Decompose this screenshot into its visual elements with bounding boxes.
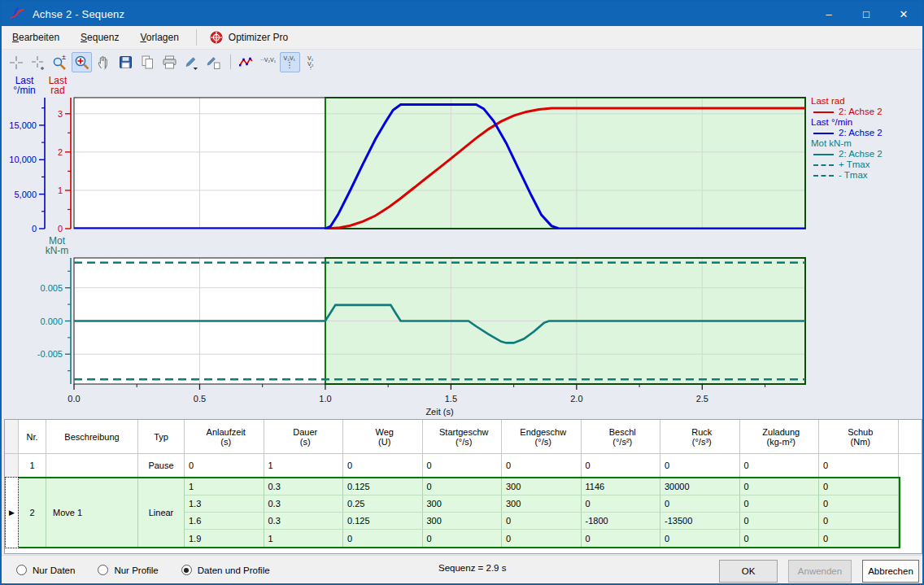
cell-typ[interactable]: Pause <box>138 454 185 477</box>
cell-beschreibung[interactable]: Move 1 <box>46 478 138 547</box>
cell-value[interactable]: 0.3 <box>264 478 344 496</box>
cell-value[interactable]: 0 <box>343 530 423 547</box>
cell-value[interactable]: 30000 <box>660 478 740 496</box>
cell-value[interactable]: 0 <box>819 513 899 530</box>
cell-value[interactable]: 1 <box>264 530 344 547</box>
cell-value[interactable]: 300 <box>502 478 582 496</box>
chart-torque[interactable]: -0.0050.0000.005MotkN-m0.00.51.01.52.02.… <box>2 234 815 421</box>
print-icon[interactable] <box>159 52 180 72</box>
table-row[interactable]: 1 Pause010000000 <box>5 454 922 477</box>
cell-value[interactable]: 0 <box>819 496 899 513</box>
column-header-dauer: Dauer(s) <box>264 420 344 454</box>
cell-value[interactable]: 300 <box>423 496 503 513</box>
radio-nur-profile[interactable]: Nur Profile <box>98 565 158 575</box>
pan-hand-icon[interactable] <box>94 52 114 72</box>
optimizer-label: Optimizer Pro <box>229 32 288 43</box>
table-selector-header <box>5 420 19 454</box>
cell-value[interactable]: 0 <box>502 530 582 547</box>
radio-dot[interactable] <box>181 565 192 575</box>
copy-icon[interactable] <box>137 52 158 72</box>
cell-value[interactable]: 0 <box>582 530 661 547</box>
cell-value[interactable]: 0 <box>660 530 740 547</box>
svg-text:3: 3 <box>58 109 63 119</box>
crosshair-icon[interactable] <box>6 52 26 72</box>
close-button[interactable]: ✕ <box>885 2 922 26</box>
footer-bar: Nur Daten Nur Profile Daten und Profile … <box>2 555 922 584</box>
radio-nur-daten[interactable]: Nur Daten <box>16 565 75 575</box>
save-icon[interactable] <box>116 52 136 72</box>
edit-notes-icon[interactable] <box>203 52 224 72</box>
column-header-endgeschw: Endgeschw(°/s) <box>502 420 582 454</box>
cell-value[interactable]: 0.125 <box>343 478 423 496</box>
cell-value[interactable]: 0 <box>343 454 423 477</box>
cell-value[interactable]: 0.3 <box>264 496 344 513</box>
cell-value[interactable]: -13500 <box>660 513 740 530</box>
plot-xy-icon[interactable] <box>236 52 256 72</box>
radio-daten-und-profile[interactable]: Daten und Profile <box>181 565 270 575</box>
svg-text:0.0: 0.0 <box>68 394 80 404</box>
zoom-range-icon[interactable]: ± <box>50 52 70 72</box>
cell-value[interactable]: 0 <box>423 530 503 547</box>
cell-value[interactable]: 0 <box>740 513 820 530</box>
svg-text:1.0: 1.0 <box>319 394 331 404</box>
cell-value[interactable]: 0 <box>819 530 899 547</box>
cell-value[interactable]: 0 <box>502 454 582 477</box>
cell-value[interactable]: 0 <box>582 496 661 513</box>
menu-item-vorlagen[interactable]: Vorlagen <box>129 28 189 47</box>
legend-entry-label: 2: Achse 2 <box>839 107 883 117</box>
edit-pencil-icon[interactable] <box>181 52 202 72</box>
legend-group-title: Mot kN-m <box>811 138 923 149</box>
chart-position-speed[interactable]: 05,00010,00015,000Last°/min0123Lastrad <box>2 73 815 236</box>
cell-value[interactable]: 0 <box>819 478 899 496</box>
cell-value[interactable]: 0 <box>740 478 820 496</box>
cell-value[interactable]: 0.125 <box>343 513 423 530</box>
menu-item-sequenz[interactable]: Sequenz <box>70 28 129 47</box>
cell-value[interactable]: 0 <box>423 454 503 477</box>
cell-value[interactable]: 0 <box>502 513 582 530</box>
cell-value[interactable]: 1.9 <box>185 530 264 547</box>
plot-stacked-icon[interactable]: V₂V₁ <box>280 52 300 72</box>
cell-value[interactable]: 0 <box>185 454 264 477</box>
radio-dot[interactable] <box>98 565 108 575</box>
cell-value[interactable]: 1146 <box>582 478 661 496</box>
cell-value[interactable]: 0 <box>740 530 820 547</box>
cell-value[interactable]: 0 <box>660 496 740 513</box>
minimize-button[interactable]: – <box>810 2 848 26</box>
row-selector[interactable] <box>5 454 19 477</box>
svg-text:2.5: 2.5 <box>696 394 708 404</box>
table-row-selected[interactable]: ▶ 2 Move 1 Linear 10.30.1250300114630000… <box>5 477 922 548</box>
cell-value[interactable]: 0.3 <box>264 513 344 530</box>
plot-overlay-icon[interactable]: V₁V₂ <box>302 52 322 72</box>
row-selector-current[interactable]: ▶ <box>5 477 19 548</box>
zoom-window-icon[interactable] <box>72 52 92 72</box>
cell-value[interactable]: 1.3 <box>185 496 264 513</box>
plot-sequential-icon[interactable]: ··V₂V₁ <box>258 52 278 72</box>
svg-text:-0.005: -0.005 <box>37 349 63 359</box>
cell-value[interactable]: 0.25 <box>343 496 423 513</box>
cell-value[interactable]: -1800 <box>582 513 661 530</box>
menu-item-optimizer-pro[interactable]: Optimizer Pro <box>203 31 294 44</box>
cell-value[interactable]: 1 <box>185 478 264 496</box>
cell-value[interactable]: 0 <box>582 454 661 477</box>
cell-value[interactable]: 0 <box>740 454 820 477</box>
cell-value[interactable]: 1 <box>264 454 344 477</box>
cell-value[interactable]: 0 <box>740 496 820 513</box>
crosshair-add-icon[interactable] <box>28 52 48 72</box>
cell-value[interactable]: 300 <box>502 496 582 513</box>
cell-typ[interactable]: Linear <box>138 478 185 547</box>
cell-value[interactable]: 0 <box>660 454 740 477</box>
cell-value[interactable]: 0 <box>423 478 503 496</box>
sequence-table: Nr.BeschreibungTypAnlaufzeit(s)Dauer(s)W… <box>4 419 922 554</box>
cell-value[interactable]: 0 <box>819 454 899 477</box>
abbrechen-button[interactable]: Abbrechen <box>862 560 919 583</box>
sequence-duration-label: Sequenz = 2.9 s <box>438 563 506 573</box>
cell-value[interactable]: 1.6 <box>185 513 264 530</box>
cell-value[interactable]: 300 <box>423 513 503 530</box>
cell-beschreibung[interactable] <box>46 454 138 477</box>
maximize-button[interactable]: □ <box>848 2 885 26</box>
ok-button[interactable]: OK <box>719 560 778 583</box>
svg-text:2.0: 2.0 <box>570 394 582 404</box>
menu-item-bearbeiten[interactable]: Bearbeiten <box>2 28 70 47</box>
radio-dot[interactable] <box>16 565 27 575</box>
column-header-ruck: Ruck(°/s³) <box>660 420 740 454</box>
